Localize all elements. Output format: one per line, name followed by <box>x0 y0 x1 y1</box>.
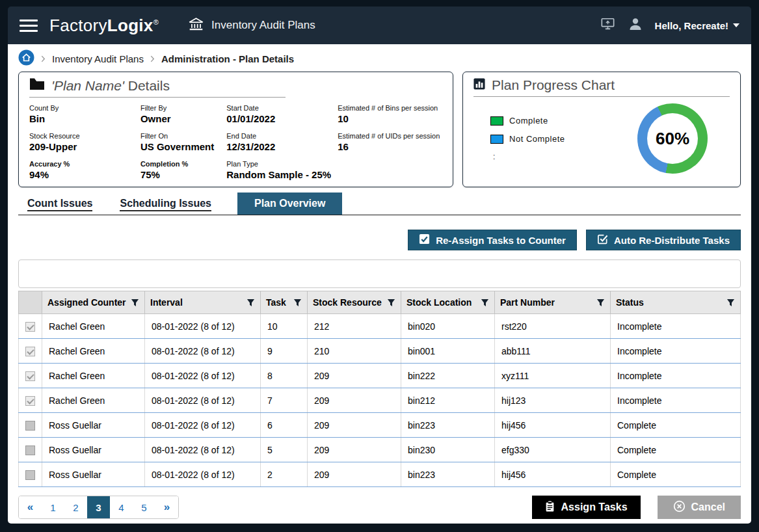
row-checkbox[interactable] <box>25 322 35 332</box>
cell-stock-location: bin223 <box>401 462 495 487</box>
legend-label-complete: Complete <box>509 116 548 126</box>
details-suffix-text: Details <box>124 78 170 93</box>
pagination-page-3[interactable]: 3 <box>87 496 110 518</box>
main-content: Inventory Audit Plans Administration - P… <box>8 44 751 524</box>
cell-interval: 08-01-2022 (8 of 12) <box>145 413 261 438</box>
field-filter-by: Filter ByOwner <box>140 104 220 124</box>
cell-stock-resource: 209 <box>308 413 401 438</box>
cell-interval: 08-01-2022 (8 of 12) <box>145 462 261 487</box>
top-navbar: FactoryLogix® Inventory Audit Plans <box>8 7 751 44</box>
cell-part-number: hij456 <box>495 462 611 487</box>
legend-swatch-not-complete <box>490 135 503 144</box>
row-checkbox[interactable] <box>25 421 35 431</box>
table-row: Rachel Green 08-01-2022 (8 of 12) 10 212… <box>19 314 741 339</box>
bar-chart-icon <box>473 77 485 93</box>
cell-assigned-counter: Rachel Green <box>42 339 145 364</box>
assign-tasks-button[interactable]: Assign Tasks <box>532 496 641 519</box>
tab-plan-overview[interactable]: Plan Overview <box>237 193 342 215</box>
cell-part-number: rst220 <box>495 314 611 339</box>
cell-status: Incomplete <box>611 388 741 413</box>
cell-stock-resource: 209 <box>308 364 401 388</box>
cell-task: 10 <box>261 314 308 339</box>
home-icon[interactable] <box>18 49 34 68</box>
page-title: Inventory Audit Plans <box>211 19 315 32</box>
breadcrumb-level2: Administration - Plan Details <box>161 53 294 64</box>
legend-not-complete: Not Complete <box>490 134 565 144</box>
table-row: Ross Guellar 08-01-2022 (8 of 12) 2 209 … <box>19 462 741 487</box>
cell-assigned-counter: Ross Guellar <box>42 413 145 438</box>
factory-building-icon <box>187 16 205 34</box>
row-checkbox[interactable] <box>25 371 35 381</box>
table-header-row: Assigned Counter Interval Task Stock Res… <box>19 291 741 314</box>
table-row: Ross Guellar 08-01-2022 (8 of 12) 6 209 … <box>19 413 741 438</box>
cell-stock-resource: 210 <box>308 339 401 364</box>
tab-count-issues[interactable]: Count Issues <box>26 193 94 215</box>
header-part-number: Part Number <box>495 291 611 314</box>
filter-funnel-icon[interactable] <box>726 299 735 307</box>
app-frame: FactoryLogix® Inventory Audit Plans <box>0 0 759 532</box>
panels-row: 'Plan Name' Details Count ByBin Filter B… <box>18 72 741 187</box>
filter-funnel-icon[interactable] <box>596 299 605 307</box>
brand-regular: Factory <box>49 16 107 35</box>
tab-scheduling-issues[interactable]: Scheduling Issues <box>118 193 212 215</box>
pagination-last[interactable]: » <box>155 496 178 518</box>
header-interval: Interval <box>145 291 261 314</box>
pagination-page-2[interactable]: 2 <box>64 496 87 518</box>
plan-details-title: 'Plan Name' Details <box>29 77 286 98</box>
cell-status: Incomplete <box>611 314 741 339</box>
user-avatar-icon[interactable] <box>628 16 643 34</box>
chevron-right-icon <box>41 55 46 62</box>
field-accuracy: Accuracy %94% <box>29 160 134 180</box>
cell-status: Complete <box>611 462 741 487</box>
cell-assigned-counter: Ross Guellar <box>42 462 145 487</box>
cell-interval: 08-01-2022 (8 of 12) <box>145 388 261 413</box>
cell-assigned-counter: Rachel Green <box>42 314 145 339</box>
field-filter-on: Filter OnUS Government <box>140 132 220 152</box>
cell-assigned-counter: Rachel Green <box>42 364 145 388</box>
header-task: Task <box>261 291 308 314</box>
task-check-box-icon <box>597 233 608 246</box>
hamburger-menu-icon[interactable] <box>20 20 38 32</box>
breadcrumb-level1[interactable]: Inventory Audit Plans <box>52 53 144 64</box>
filter-funnel-icon[interactable] <box>293 299 302 307</box>
chart-legend: Complete Not Complete : <box>490 116 565 161</box>
cancel-button[interactable]: Cancel <box>658 496 741 519</box>
filter-funnel-icon[interactable] <box>131 299 139 307</box>
tab-bar: Count Issues Scheduling Issues Plan Over… <box>18 193 741 215</box>
pagination-page-1[interactable]: 1 <box>42 496 64 518</box>
row-checkbox[interactable] <box>25 396 35 406</box>
user-menu[interactable]: Hello, Recreate! <box>655 20 739 31</box>
auto-redistribute-button[interactable]: Auto Re-Distribute Tasks <box>586 230 741 250</box>
field-start-date: Start Date01/01/2022 <box>226 104 331 124</box>
field-est-bins: Estimated # of Bins per session10 <box>338 104 442 124</box>
donut-center-label: 60% <box>647 113 698 164</box>
field-count-by: Count ByBin <box>29 104 134 124</box>
pagination: « 1 2 3 4 5 » <box>18 496 179 519</box>
brand-logo: FactoryLogix® <box>49 16 159 36</box>
cell-task: 9 <box>261 339 308 364</box>
tasks-table: Assigned Counter Interval Task Stock Res… <box>18 291 741 487</box>
row-checkbox[interactable] <box>25 446 35 455</box>
legend-swatch-complete <box>490 116 503 126</box>
pagination-page-4[interactable]: 4 <box>110 496 133 518</box>
cell-status: Complete <box>611 413 741 438</box>
plan-progress-chart: 60% <box>637 103 708 174</box>
row-checkbox[interactable] <box>25 470 35 480</box>
cell-stock-location: bin230 <box>401 438 495 462</box>
reassign-tasks-button[interactable]: Re-Assign Tasks to Counter <box>408 230 577 250</box>
screen-share-icon[interactable] <box>600 17 616 34</box>
cell-stock-resource: 212 <box>308 314 401 339</box>
legend-complete: Complete <box>490 116 565 126</box>
filter-funnel-icon[interactable] <box>387 299 395 307</box>
row-checkbox[interactable] <box>25 347 35 356</box>
header-stock-resource: Stock Resource <box>308 291 401 314</box>
cell-task: 6 <box>261 413 308 438</box>
cell-status: Incomplete <box>611 364 741 388</box>
cell-stock-location: bin001 <box>401 339 495 364</box>
pagination-first[interactable]: « <box>19 496 42 518</box>
filter-funnel-icon[interactable] <box>481 299 489 307</box>
pagination-page-5[interactable]: 5 <box>133 496 155 518</box>
filter-funnel-icon[interactable] <box>246 299 255 307</box>
cell-assigned-counter: Ross Guellar <box>42 438 145 462</box>
topbar-right: Hello, Recreate! <box>600 16 739 34</box>
